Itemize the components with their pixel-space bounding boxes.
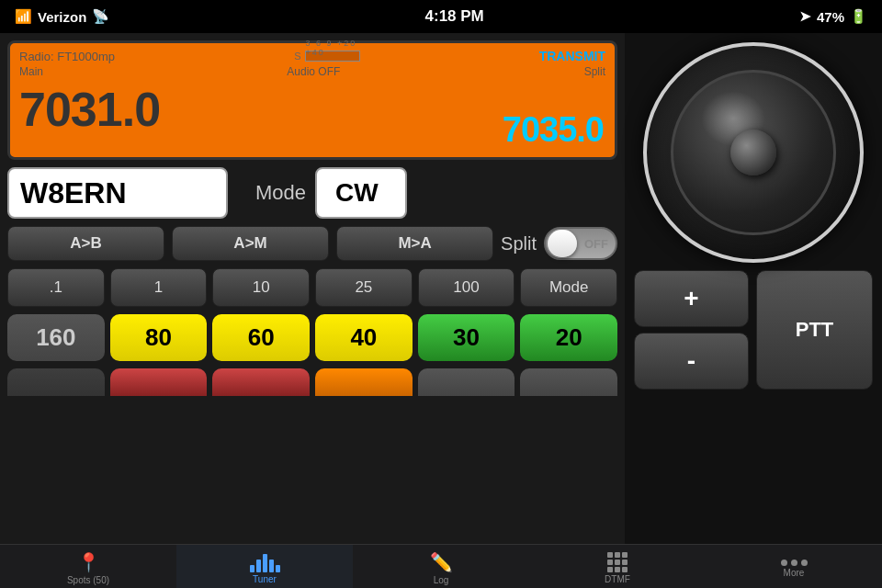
step-1[interactable]: 1	[110, 268, 208, 307]
dtmf-label: DTMF	[605, 574, 630, 584]
spots-label: Spots (50)	[67, 575, 109, 585]
band-partial-4[interactable]	[315, 368, 413, 396]
tab-log[interactable]: ✏️ Log	[353, 545, 529, 588]
step-25[interactable]: 25	[315, 268, 413, 307]
ab-split-row: A>B A>M M>A Split OFF	[7, 226, 617, 261]
tuner-bars-icon	[250, 552, 280, 572]
band-partial-6[interactable]	[520, 368, 617, 396]
log-icon: ✏️	[430, 551, 453, 573]
split-toggle[interactable]: OFF	[544, 227, 617, 260]
time-display: 4:18 PM	[425, 7, 484, 26]
spots-icon: 📍	[77, 551, 100, 573]
tab-more[interactable]: More	[706, 545, 882, 588]
band-partial-1[interactable]	[7, 368, 105, 396]
minus-button[interactable]: -	[634, 333, 749, 390]
knob-inner	[671, 70, 836, 235]
main-label: Main	[19, 65, 43, 78]
main-frequency: 7031.0	[19, 85, 160, 133]
band-160[interactable]: 160	[7, 314, 105, 361]
split-off-label: OFF	[584, 237, 608, 251]
band-30[interactable]: 30	[418, 314, 515, 361]
status-bar: 📶 Verizon 📡 4:18 PM ➤ 47% 🔋	[0, 0, 882, 33]
toggle-knob	[548, 230, 577, 257]
s-meter: S 3 6 9 +20 +40	[294, 51, 359, 62]
more-label: More	[784, 568, 805, 578]
step-buttons-row: .1 1 10 25 100 Mode	[7, 268, 617, 307]
s-meter-bar: 3 6 9 +20 +40	[305, 51, 360, 62]
s-label: S	[294, 51, 300, 62]
band-partial-2[interactable]	[110, 368, 208, 396]
step-0.1[interactable]: .1	[7, 268, 105, 307]
step-mode[interactable]: Mode	[520, 268, 617, 307]
display-top-row: Radio: FT1000mp S 3 6 9 +20 +40 TRANSMIT	[19, 49, 605, 63]
ab-buttons: A>B A>M M>A	[7, 226, 493, 261]
transmit-label: TRANSMIT	[539, 49, 605, 63]
carrier-label: Verizon	[38, 9, 86, 25]
step-100[interactable]: 100	[418, 268, 515, 307]
band-80[interactable]: 80	[110, 314, 208, 361]
knob-center-ball	[730, 130, 776, 175]
callsign-mode-row: Mode CW	[7, 167, 617, 219]
ptt-button[interactable]: PTT	[756, 270, 873, 390]
am-button[interactable]: A>M	[172, 226, 329, 261]
band-partial-5[interactable]	[418, 368, 515, 396]
split-label: Split	[501, 233, 537, 254]
location-icon: ➤	[799, 8, 811, 25]
tab-tuner[interactable]: Tuner	[176, 545, 353, 588]
plus-button[interactable]: +	[634, 270, 749, 327]
status-right: ➤ 47% 🔋	[799, 8, 867, 25]
mode-display[interactable]: CW	[315, 167, 407, 219]
wifi-icon: 📡	[92, 8, 109, 25]
tab-spots[interactable]: 📍 Spots (50)	[0, 545, 176, 588]
tuner-label: Tuner	[253, 574, 277, 584]
control-row: + - PTT	[634, 270, 873, 390]
band-60[interactable]: 60	[212, 314, 310, 361]
left-panel: Radio: FT1000mp S 3 6 9 +20 +40 TRANSMIT…	[0, 33, 625, 544]
radio-label: Radio: FT1000mp	[19, 50, 115, 63]
more-dots-icon	[781, 560, 808, 566]
plus-minus-column: + -	[634, 270, 749, 390]
battery-icon: 🔋	[850, 8, 867, 25]
dtmf-grid-icon	[607, 552, 628, 572]
right-panel: + - PTT	[625, 33, 882, 544]
band-20[interactable]: 20	[520, 314, 617, 361]
band-row-bottom	[7, 368, 617, 396]
tab-dtmf[interactable]: DTMF	[529, 545, 706, 588]
tab-bar: 📍 Spots (50) Tuner ✏️ Log DTMF More	[0, 544, 882, 588]
callsign-input[interactable]	[7, 167, 228, 219]
step-10[interactable]: 10	[212, 268, 310, 307]
tuning-knob[interactable]	[643, 42, 864, 263]
signal-bars-icon: 📶	[15, 8, 32, 25]
band-partial-3[interactable]	[212, 368, 310, 396]
display-second-row: Main Audio OFF Split	[19, 65, 605, 78]
mode-label: Mode	[255, 181, 306, 205]
ab-button[interactable]: A>B	[7, 226, 164, 261]
band-40[interactable]: 40	[315, 314, 413, 361]
log-label: Log	[434, 575, 449, 585]
band-buttons-row: 160 80 60 40 30 20	[7, 314, 617, 361]
battery-label: 47%	[817, 9, 844, 25]
split-frequency: 7035.0	[503, 110, 604, 150]
ma-button[interactable]: M>A	[336, 226, 493, 261]
main-content: Radio: FT1000mp S 3 6 9 +20 +40 TRANSMIT…	[0, 33, 882, 544]
radio-display: Radio: FT1000mp S 3 6 9 +20 +40 TRANSMIT…	[7, 40, 617, 160]
status-left: 📶 Verizon 📡	[15, 8, 109, 25]
audio-label: Audio OFF	[287, 65, 340, 78]
split-display-label: Split	[584, 65, 605, 78]
